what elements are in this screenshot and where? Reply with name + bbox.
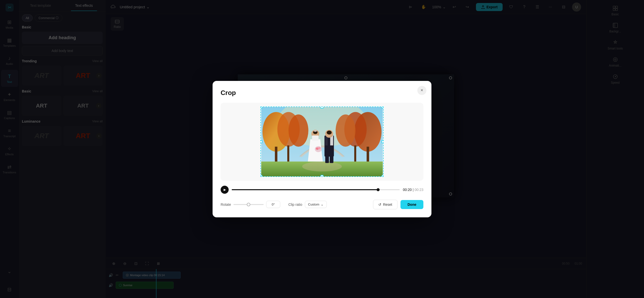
svg-rect-27: [275, 146, 277, 161]
time-display: 00:20 | 00:23: [403, 188, 423, 192]
progress-bar[interactable]: [232, 189, 400, 190]
crop-handle-top-right[interactable]: [382, 107, 384, 109]
svg-point-26: [336, 114, 355, 146]
crop-preview-area: [221, 103, 423, 181]
controls-row: Rotate Clip ratio Custom ⌄ ↺ Reset Done: [221, 200, 423, 209]
crop-modal: Crop ×: [213, 81, 431, 217]
crop-handle-bottom-left[interactable]: [260, 175, 262, 177]
svg-rect-41: [312, 135, 319, 140]
modal-close-button[interactable]: ×: [417, 86, 426, 95]
crop-handle-top-mid[interactable]: [320, 107, 324, 109]
chevron-down-icon-ratio: ⌄: [321, 203, 324, 206]
modal-actions: ↺ Reset Done: [373, 200, 423, 209]
progress-fill: [232, 189, 378, 190]
svg-rect-29: [367, 146, 369, 161]
play-button[interactable]: ▶: [221, 186, 229, 194]
rotate-control: Rotate: [221, 201, 280, 208]
rotate-input[interactable]: [266, 201, 280, 208]
rotate-slider-thumb: [247, 203, 250, 206]
svg-rect-30: [354, 145, 356, 161]
clip-ratio-select[interactable]: Custom ⌄: [305, 201, 327, 208]
clip-ratio-label: Clip ratio: [288, 203, 302, 207]
crop-frame[interactable]: [260, 107, 384, 177]
svg-point-36: [327, 130, 332, 134]
time-current: 00:20: [403, 188, 412, 192]
clip-ratio-value: Custom: [308, 203, 319, 206]
svg-rect-38: [330, 156, 334, 163]
clip-ratio-control: Clip ratio Custom ⌄: [288, 201, 327, 208]
svg-rect-37: [325, 156, 329, 163]
svg-point-45: [314, 130, 317, 132]
crop-handle-top-left[interactable]: [260, 107, 262, 109]
reset-icon: ↺: [378, 203, 381, 207]
crop-handle-bottom-mid[interactable]: [320, 175, 324, 177]
svg-point-23: [289, 114, 308, 146]
crop-handle-mid-right[interactable]: [382, 140, 384, 143]
rotate-slider[interactable]: [233, 204, 264, 205]
rotate-label: Rotate: [221, 203, 231, 207]
time-total: 00:23: [415, 188, 423, 192]
crop-image-area: [260, 107, 384, 177]
modal-title: Crop: [221, 89, 423, 97]
crop-handle-bottom-right[interactable]: [382, 175, 384, 177]
svg-point-44: [318, 147, 320, 149]
progress-thumb: [377, 188, 380, 191]
time-separator: |: [413, 188, 415, 192]
modal-overlay: Crop ×: [0, 0, 644, 298]
reset-button[interactable]: ↺ Reset: [373, 200, 397, 209]
svg-point-31: [302, 161, 342, 171]
progress-row: ▶ 00:20 | 00:23: [221, 186, 423, 194]
crop-handle-mid-left[interactable]: [260, 140, 262, 143]
svg-rect-28: [287, 145, 289, 161]
done-button[interactable]: Done: [400, 200, 423, 209]
wedding-image: [261, 107, 383, 176]
